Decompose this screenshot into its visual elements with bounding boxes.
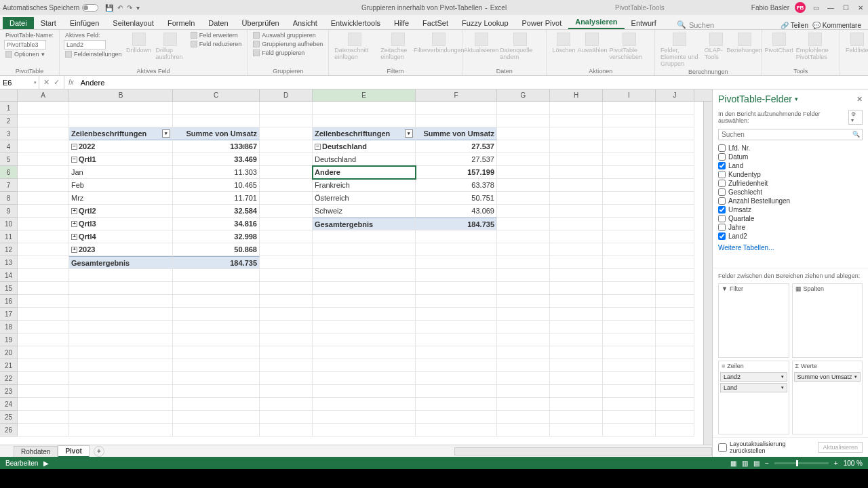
cell[interactable]: [416, 256, 497, 269]
row-header-13[interactable]: 13: [0, 256, 18, 269]
cell[interactable]: Feb: [69, 179, 173, 192]
tab-factset[interactable]: FactSet: [416, 17, 455, 29]
cell[interactable]: [550, 218, 603, 230]
field-item[interactable]: Umsatz: [718, 206, 863, 214]
cell[interactable]: − Qrtl1: [69, 153, 173, 166]
row-header-16[interactable]: 16: [0, 295, 18, 308]
field-checkbox[interactable]: [718, 197, 726, 205]
auswahl-gruppieren-button[interactable]: Auswahl gruppieren: [252, 31, 324, 39]
cell[interactable]: [260, 166, 313, 179]
cell[interactable]: [497, 127, 550, 140]
cell[interactable]: [18, 115, 69, 127]
tab-powerpivot[interactable]: Power Pivot: [515, 17, 569, 29]
area-columns[interactable]: ▦Spalten: [792, 283, 863, 358]
cell[interactable]: [656, 256, 694, 269]
cell[interactable]: [603, 411, 656, 424]
cell[interactable]: [313, 256, 416, 269]
loeschen-button[interactable]: Löschen: [551, 31, 576, 55]
field-checkbox[interactable]: [718, 180, 726, 187]
cell[interactable]: [416, 102, 497, 115]
row-header-25[interactable]: 25: [0, 411, 18, 424]
cell[interactable]: [656, 333, 694, 346]
row-header-8[interactable]: 8: [0, 192, 18, 205]
row-header-18[interactable]: 18: [0, 321, 18, 333]
col-header-d[interactable]: D: [260, 89, 313, 101]
view-normal-icon[interactable]: ▦: [730, 460, 736, 467]
cell[interactable]: [603, 192, 656, 205]
expand-icon[interactable]: +: [71, 234, 77, 240]
field-checkbox[interactable]: [718, 215, 726, 222]
maximize-icon[interactable]: ☐: [841, 3, 850, 12]
redo-icon[interactable]: ↷: [127, 4, 132, 12]
cell[interactable]: [656, 398, 694, 411]
cell[interactable]: [260, 411, 313, 424]
cell[interactable]: [416, 282, 497, 295]
row-header-1[interactable]: 1: [0, 102, 18, 115]
cell[interactable]: 27.537: [416, 153, 497, 166]
cell[interactable]: [656, 102, 694, 115]
expand-icon[interactable]: +: [71, 208, 77, 214]
cell[interactable]: [173, 308, 260, 321]
area-values[interactable]: ΣWerte Summe von Umsatz▾: [792, 361, 863, 435]
cell[interactable]: [173, 115, 260, 127]
share-button[interactable]: 🔗 Teilen: [781, 22, 808, 29]
col-header-g[interactable]: G: [497, 89, 550, 101]
cell[interactable]: [260, 115, 313, 127]
cell[interactable]: [173, 411, 260, 424]
cell[interactable]: [497, 179, 550, 192]
datenquelle-button[interactable]: Datenquelle ändern: [498, 31, 542, 62]
cell[interactable]: [550, 372, 603, 385]
name-box[interactable]: [0, 76, 39, 89]
cell[interactable]: [18, 321, 69, 333]
cell[interactable]: [313, 295, 416, 308]
cell[interactable]: [18, 346, 69, 359]
cell[interactable]: [656, 372, 694, 385]
confirm-edit-icon[interactable]: ✓: [54, 78, 60, 87]
row-header-20[interactable]: 20: [0, 346, 18, 359]
cell[interactable]: [656, 166, 694, 179]
felder-button[interactable]: Felder, Elemente und Gruppen: [659, 31, 701, 68]
cell[interactable]: [497, 372, 550, 385]
tab-start[interactable]: Start: [34, 17, 63, 29]
more-tables-link[interactable]: Weitere Tabellen...: [713, 241, 868, 254]
cell[interactable]: [313, 321, 416, 333]
cell[interactable]: [497, 153, 550, 166]
cell[interactable]: [550, 256, 603, 269]
tab-fuzzy[interactable]: Fuzzy Lookup: [455, 17, 515, 29]
cell[interactable]: [497, 140, 550, 153]
cell[interactable]: [260, 295, 313, 308]
cell[interactable]: [18, 153, 69, 166]
cell[interactable]: [416, 269, 497, 282]
cell[interactable]: [603, 166, 656, 179]
cell[interactable]: [550, 115, 603, 127]
cell[interactable]: [173, 295, 260, 308]
field-checkbox[interactable]: [718, 171, 726, 178]
cell[interactable]: [173, 424, 260, 436]
cell[interactable]: [69, 359, 173, 372]
tab-analysieren[interactable]: Analysieren: [568, 16, 624, 29]
cell[interactable]: [656, 127, 694, 140]
cell[interactable]: [550, 205, 603, 218]
drilldown-button[interactable]: Drilldown: [126, 31, 152, 55]
cell[interactable]: [497, 385, 550, 398]
row-header-5[interactable]: 5: [0, 153, 18, 166]
cell[interactable]: [550, 192, 603, 205]
zeitachse-button[interactable]: Zeitachse einfügen: [379, 31, 417, 62]
comments-button[interactable]: 💬 Kommentare: [812, 22, 861, 29]
cell[interactable]: [173, 359, 260, 372]
cell[interactable]: [69, 115, 173, 127]
cell[interactable]: [416, 385, 497, 398]
cell[interactable]: [416, 359, 497, 372]
cell[interactable]: 50.868: [173, 243, 260, 256]
user-avatar[interactable]: FB: [795, 2, 806, 13]
cell[interactable]: [550, 269, 603, 282]
cell[interactable]: [173, 398, 260, 411]
vertical-scrollbar[interactable]: [703, 102, 712, 457]
cell[interactable]: [550, 127, 603, 140]
cell[interactable]: [313, 424, 416, 436]
cell[interactable]: [550, 295, 603, 308]
cell[interactable]: [260, 205, 313, 218]
cell[interactable]: −2022: [69, 140, 173, 153]
field-item[interactable]: Quartale: [718, 215, 863, 222]
cell[interactable]: [18, 205, 69, 218]
